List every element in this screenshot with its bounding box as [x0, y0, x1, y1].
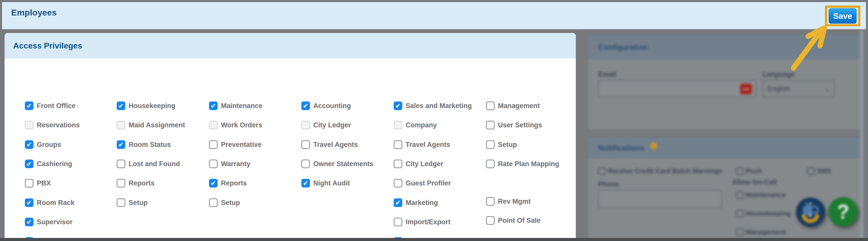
privilege-item-maintenance: ✔Maintenance	[209, 101, 262, 110]
privilege-item-owner-statements: Owner Statements	[301, 159, 373, 168]
privilege-label: Setup	[129, 199, 148, 207]
privilege-checkbox-marketing[interactable]: ✔	[394, 199, 402, 207]
privilege-checkbox-travel-agents[interactable]	[301, 140, 310, 149]
save-button[interactable]: Save	[829, 8, 857, 24]
privilege-label: Management	[498, 102, 540, 110]
privilege-checkbox-room-rack[interactable]: ✔	[25, 199, 33, 207]
privilege-label: Owner Statements	[313, 160, 373, 168]
help-button[interactable]: ?	[829, 197, 858, 227]
privilege-checkbox-work-orders[interactable]	[209, 121, 218, 129]
privilege-label: City Ledger	[313, 121, 351, 129]
privilege-label: Supervisor	[37, 218, 72, 226]
privilege-checkbox-rate-plan-mapping[interactable]	[486, 159, 495, 168]
on-call-checkbox-maintenance[interactable]	[736, 191, 744, 199]
on-call-checkbox-management[interactable]	[736, 228, 744, 236]
privilege-checkbox-preventative[interactable]	[209, 140, 218, 149]
chevron-down-icon: ⌄	[825, 85, 830, 93]
privilege-checkbox-pbx[interactable]	[25, 179, 33, 187]
privilege-checkbox-housekeeping[interactable]: ✔	[117, 101, 125, 110]
privilege-item-lost-and-found: Lost and Found	[117, 159, 180, 168]
privilege-checkbox-supervisor[interactable]: ✔	[25, 218, 33, 226]
privilege-label: Rev Mgmt	[498, 198, 531, 206]
push-checkbox[interactable]	[736, 168, 744, 175]
privilege-item-night-audit: ✔Night Audit	[301, 179, 350, 187]
configuration-header: Configuration	[588, 35, 860, 59]
phone-field[interactable]	[598, 190, 722, 208]
privilege-item-user-settings: User Settings	[486, 121, 542, 129]
email-label: Email	[598, 70, 616, 79]
on-call-item-maintenance: Maintenance	[736, 191, 786, 199]
privilege-checkbox-cashiering[interactable]: ✔	[25, 159, 33, 168]
on-call-item-management: Management	[736, 228, 786, 236]
privilege-checkbox-management[interactable]	[486, 101, 495, 110]
privilege-label: Reports	[221, 179, 247, 187]
cc-batch-warnings-item: Receive Credit Card Batch Warnings	[598, 167, 722, 175]
privilege-label: Setup	[498, 141, 517, 149]
privilege-label: Guest Profiler	[406, 179, 451, 187]
scrollbar-track[interactable]	[860, 30, 863, 239]
privilege-checkbox-point-of-sale[interactable]	[486, 216, 495, 225]
privilege-item-import-export: Import/Export	[394, 218, 451, 226]
privilege-item-pbx: PBX	[25, 179, 51, 187]
privilege-checkbox-sales-and-marketing[interactable]: ✔	[394, 101, 402, 110]
privilege-checkbox-accounting[interactable]: ✔	[301, 101, 310, 110]
privilege-checkbox-rev-mgmt[interactable]	[486, 197, 495, 206]
privilege-item-setup: Setup	[117, 199, 148, 207]
privilege-checkbox-company[interactable]	[394, 121, 402, 129]
privilege-checkbox-city-ledger[interactable]	[394, 159, 402, 168]
privilege-item-room-rack: ✔Room Rack	[25, 199, 74, 207]
cc-batch-warnings-label: Receive Credit Card Batch Warnings	[608, 167, 722, 175]
cc-batch-warnings-checkbox[interactable]	[598, 168, 606, 175]
privileges-checkbox-grid: ✔Front OfficeReservations✔Groups✔Cashier…	[5, 33, 576, 239]
privilege-label: Lost and Found	[129, 160, 180, 168]
privilege-item-reports: ✔Reports	[209, 179, 247, 187]
privilege-checkbox-night-audit[interactable]: ✔	[301, 179, 310, 187]
privilege-checkbox-front-office[interactable]: ✔	[25, 101, 33, 110]
privilege-item-city-ledger: City Ledger	[301, 121, 351, 129]
on-call-checkbox-housekeeping[interactable]	[736, 210, 744, 217]
privilege-checkbox-setup[interactable]	[117, 199, 125, 207]
privilege-checkbox-guest-profiler[interactable]	[394, 179, 402, 187]
info-icon[interactable]: i	[650, 142, 657, 149]
password-manager-icon[interactable]: •••	[740, 84, 752, 94]
configuration-panel: Configuration Email ••• Language English…	[588, 35, 860, 129]
privilege-item-marketing: ✔Marketing	[394, 199, 438, 207]
privilege-checkbox-user-settings[interactable]	[486, 121, 495, 129]
privilege-label: Groups	[37, 141, 61, 149]
privilege-label: Point Of Sale	[498, 217, 540, 224]
privilege-checkbox-setup[interactable]	[486, 140, 495, 149]
privilege-checkbox-travel-agents[interactable]	[394, 140, 402, 149]
top-header-bar: Employees Save	[2, 2, 866, 29]
notifications-header: Notifications i	[588, 137, 860, 158]
privilege-item-guest-profiler: Guest Profiler	[394, 179, 451, 187]
privilege-item-travel-agents: Travel Agents	[394, 140, 450, 149]
privilege-checkbox-maintenance[interactable]: ✔	[209, 101, 218, 110]
privilege-checkbox-owner-statements[interactable]	[301, 159, 310, 168]
support-mascot-icon	[796, 198, 825, 227]
push-label: Push	[746, 167, 762, 175]
window-frame-bottom	[0, 238, 868, 241]
phone-label: Phone	[598, 180, 619, 188]
privilege-item-reservations: Reservations	[25, 121, 80, 129]
privilege-checkbox-reports[interactable]	[117, 179, 125, 187]
privilege-checkbox-lost-and-found[interactable]	[117, 159, 125, 168]
privilege-item-housekeeping: ✔Housekeeping	[117, 101, 176, 110]
sms-checkbox[interactable]	[807, 168, 815, 175]
sms-label: SMS	[817, 167, 831, 175]
support-mascot-button[interactable]	[796, 198, 825, 227]
privilege-checkbox-reports[interactable]: ✔	[209, 179, 218, 187]
privilege-checkbox-warranty[interactable]	[209, 159, 218, 168]
app-window: { "window": { "title": "Employees" }, "t…	[0, 0, 868, 241]
privilege-checkbox-maid-assignment[interactable]	[117, 121, 125, 129]
privilege-item-supervisor: ✔Supervisor	[25, 218, 72, 226]
privilege-item-company: Company	[394, 121, 437, 129]
privilege-checkbox-setup[interactable]	[209, 199, 218, 207]
privilege-checkbox-import-export[interactable]	[394, 218, 402, 226]
privilege-label: PBX	[37, 179, 51, 187]
email-field[interactable]	[598, 80, 756, 97]
privilege-checkbox-room-status[interactable]: ✔	[117, 140, 125, 149]
language-select[interactable]: English ⌄	[763, 80, 835, 97]
privilege-checkbox-groups[interactable]: ✔	[25, 140, 33, 149]
privilege-checkbox-city-ledger[interactable]	[301, 121, 310, 129]
privilege-checkbox-reservations[interactable]	[25, 121, 33, 129]
